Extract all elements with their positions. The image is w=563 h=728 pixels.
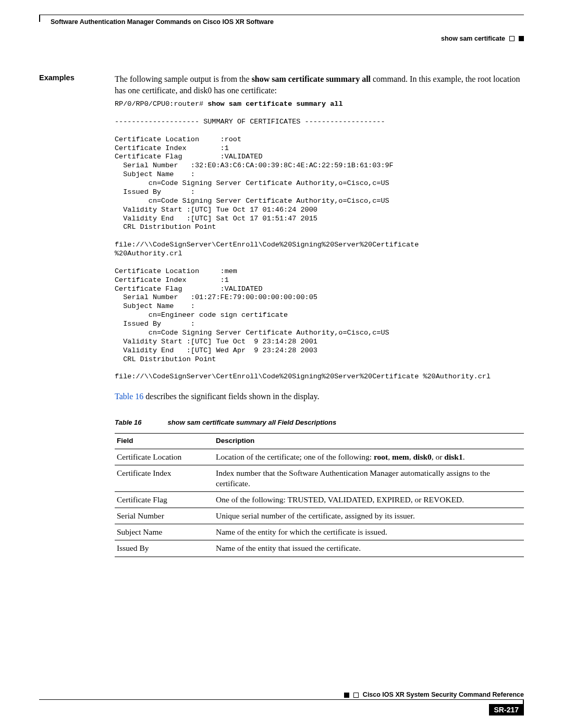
page-number-badge: SR-217	[489, 704, 524, 715]
marker-filled-icon	[519, 36, 524, 41]
cell-desc: Unique serial number of the certificate,…	[214, 508, 524, 524]
cell-field: Serial Number	[115, 508, 214, 524]
table-caption: Table 16show sam certificate summary all…	[115, 418, 524, 427]
cell-desc: Name of the entity that issued the certi…	[214, 540, 524, 557]
breadcrumb: show sam certificate	[441, 35, 505, 42]
th-field: Field	[115, 434, 214, 449]
cell-field: Certificate Location	[115, 449, 214, 465]
table-row: Certificate Location Location of the cer…	[115, 449, 524, 465]
table-row: Certificate Flag One of the following: T…	[115, 491, 524, 508]
field-descriptions-table: Field Description Certificate Location L…	[115, 433, 524, 557]
table-row: Issued By Name of the entity that issued…	[115, 540, 524, 557]
marker-open-icon	[509, 36, 515, 41]
cell-desc: Location of the certificate; one of the …	[214, 449, 524, 465]
footer-marker-filled-icon	[344, 693, 349, 698]
cli-output: -------------------- SUMMARY OF CERTIFIC…	[115, 118, 491, 380]
th-desc: Description	[214, 434, 524, 449]
cell-field: Issued By	[115, 540, 214, 557]
cell-field: Certificate Flag	[115, 491, 214, 508]
cli-command: show sam certificate summary all	[207, 100, 342, 108]
section-label: Examples	[39, 73, 115, 82]
cell-desc: Name of the entity for which the certifi…	[214, 524, 524, 540]
table-number: Table 16	[115, 418, 142, 426]
chapter-title: Software Authentication Manager Commands…	[39, 18, 274, 26]
cli-block: RP/0/RP0/CPU0:router# show sam certifica…	[115, 100, 524, 381]
cell-desc: One of the following: TRUSTED, VALIDATED…	[214, 491, 524, 508]
intro-pre: The following sample output is from the	[115, 75, 252, 83]
table-link[interactable]: Table 16	[115, 392, 143, 401]
table-row: Certificate Index Index number that the …	[115, 465, 524, 491]
table-ref-sentence: Table 16 describes the significant field…	[115, 391, 524, 402]
cli-prompt: RP/0/RP0/CPU0:router#	[115, 100, 207, 108]
table-caption-title: show sam certificate summary all Field D…	[168, 418, 337, 426]
cell-field: Certificate Index	[115, 465, 214, 491]
footer-title: Cisco IOS XR System Security Command Ref…	[363, 691, 524, 698]
intro-command: show sam certificate summary all	[252, 75, 371, 83]
table-ref-rest: describes the significant fields shown i…	[143, 392, 319, 401]
cell-desc: Index number that the Software Authentic…	[214, 465, 524, 491]
table-row: Subject Name Name of the entity for whic…	[115, 524, 524, 540]
intro-paragraph: The following sample output is from the …	[115, 73, 524, 96]
table-row: Serial Number Unique serial number of th…	[115, 508, 524, 524]
cell-field: Subject Name	[115, 524, 214, 540]
footer-marker-open-icon	[353, 693, 359, 698]
